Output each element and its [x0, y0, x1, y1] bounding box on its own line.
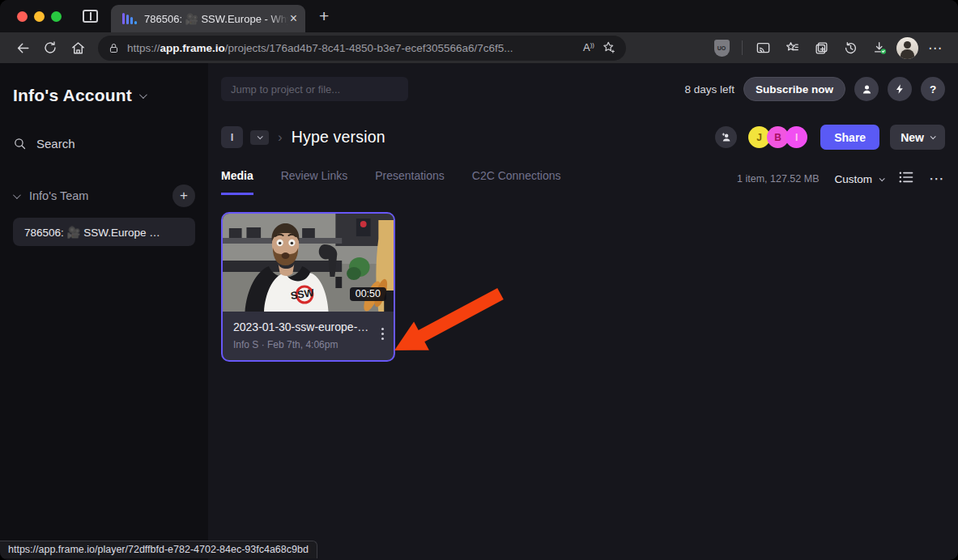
chevron-down-icon: [258, 134, 263, 139]
share-button[interactable]: Share: [820, 125, 879, 150]
file-name[interactable]: 2023-01-30-ssw-europe-…: [233, 320, 369, 333]
top-bar: 8 days left Subscribe now ?: [221, 77, 945, 101]
sidebar-search[interactable]: Search: [13, 137, 195, 151]
chevron-down-icon: [13, 191, 21, 199]
back-icon[interactable]: [11, 36, 35, 59]
sidebar: Info's Account Search Info's Team + 7865…: [0, 63, 208, 560]
help-button[interactable]: ?: [921, 77, 945, 101]
cast-media-icon[interactable]: [751, 36, 775, 59]
project-header: I › Hype version J B I Share New: [221, 125, 945, 150]
toolbar-right-icons: UO ⋯: [709, 36, 947, 59]
chevron-down-icon: [139, 91, 147, 99]
status-url-tooltip: https://app.frame.io/player/72dffbfd-e78…: [0, 541, 317, 558]
tab-strip: 786506: 🎥 SSW.Europe - Why × +: [0, 0, 958, 32]
browser-settings-icon[interactable]: ⋯: [923, 36, 947, 59]
tab-title: 786506: 🎥 SSW.Europe - Why: [144, 13, 288, 25]
list-view-icon[interactable]: [899, 171, 913, 187]
minimize-window-button[interactable]: [34, 11, 45, 22]
close-window-button[interactable]: [17, 11, 28, 22]
add-project-button[interactable]: +: [172, 185, 195, 207]
project-icon[interactable]: I: [221, 126, 243, 148]
refresh-icon[interactable]: [38, 36, 62, 59]
tab-review-links[interactable]: Review Links: [281, 169, 347, 195]
browser-profile-avatar[interactable]: [896, 37, 918, 59]
add-collaborator-button[interactable]: [715, 126, 737, 148]
url-text: https://app.frame.io/projects/176ad4b7-8…: [127, 42, 576, 54]
main-panel: 8 days left Subscribe now ? I › Hype ver…: [208, 63, 958, 560]
person-icon: [861, 83, 873, 95]
chevron-down-icon: [930, 134, 936, 139]
jump-to-input[interactable]: [221, 77, 408, 101]
account-switcher[interactable]: Info's Account: [13, 86, 195, 105]
card-info: 2023-01-30-ssw-europe-… Info S · Feb 7th…: [223, 312, 394, 360]
team-section-header[interactable]: Info's Team +: [13, 185, 195, 207]
lightning-icon: [894, 83, 905, 95]
search-label: Search: [36, 137, 75, 151]
ublock-extension-icon[interactable]: UO: [709, 36, 734, 59]
favorites-bar-icon[interactable]: [780, 36, 804, 59]
collections-icon[interactable]: [809, 36, 833, 59]
lock-icon: [108, 42, 120, 54]
more-options-icon[interactable]: ⋯: [929, 175, 945, 183]
favorite-star-icon[interactable]: [602, 40, 616, 55]
browser-toolbar: https://app.frame.io/projects/176ad4b7-8…: [0, 32, 958, 63]
card-menu-icon[interactable]: [381, 328, 384, 340]
close-tab-icon[interactable]: ×: [290, 12, 297, 25]
new-button[interactable]: New: [890, 125, 945, 150]
tab-presentations[interactable]: Presentations: [375, 169, 445, 195]
account-name: Info's Account: [13, 86, 132, 105]
browser-window: 786506: 🎥 SSW.Europe - Why × + https://a…: [0, 0, 958, 560]
project-menu-button[interactable]: [250, 130, 269, 145]
breadcrumb-separator: ›: [278, 129, 283, 146]
sidebar-item-project[interactable]: 786506: 🎥 SSW.Europe …: [13, 218, 195, 246]
trial-countdown: 8 days left: [684, 83, 734, 95]
zoom-window-button[interactable]: [51, 11, 62, 22]
collaborator-avatar[interactable]: I: [786, 126, 807, 148]
chevron-down-icon: [879, 176, 885, 181]
downloads-icon[interactable]: [867, 36, 892, 59]
file-meta: Info S · Feb 7th, 4:06pm: [233, 339, 369, 350]
tab-media[interactable]: Media: [221, 169, 253, 195]
page-title: Hype version: [292, 128, 385, 146]
frameio-favicon-icon: [122, 13, 137, 24]
upgrades-button[interactable]: [888, 77, 912, 101]
project-header-right: J B I Share New: [715, 125, 945, 150]
history-icon[interactable]: [838, 36, 862, 59]
duration-badge: 00:50: [350, 287, 386, 301]
person-add-icon: [720, 131, 732, 143]
address-bar[interactable]: https://app.frame.io/projects/176ad4b7-8…: [98, 36, 626, 61]
list-controls: 1 item, 127.52 MB Custom ⋯: [737, 171, 945, 195]
subscribe-now-button[interactable]: Subscribe now: [743, 77, 845, 101]
tab-actions-icon[interactable]: [83, 10, 98, 23]
new-tab-button[interactable]: +: [319, 6, 329, 26]
tab-c2c-connections[interactable]: C2C Connections: [472, 169, 561, 195]
items-summary: 1 item, 127.52 MB: [737, 173, 819, 185]
traffic-lights: [0, 11, 73, 22]
app-content: Info's Account Search Info's Team + 7865…: [0, 63, 958, 560]
team-name: Info's Team: [29, 189, 88, 202]
account-members-button[interactable]: [854, 77, 879, 101]
project-tabs: Media Review Links Presentations C2C Con…: [221, 169, 945, 195]
read-aloud-icon[interactable]: A)): [583, 41, 594, 53]
media-card[interactable]: SSW 00:50 2023-01-30-ssw-europe-… Info S…: [221, 212, 395, 362]
toolbar-divider: [742, 40, 743, 55]
search-icon: [13, 137, 27, 151]
home-icon[interactable]: [66, 36, 90, 59]
top-bar-right: 8 days left Subscribe now ?: [684, 77, 945, 101]
sort-custom-dropdown[interactable]: Custom: [834, 173, 883, 185]
browser-tab[interactable]: 786506: 🎥 SSW.Europe - Why ×: [111, 5, 305, 32]
